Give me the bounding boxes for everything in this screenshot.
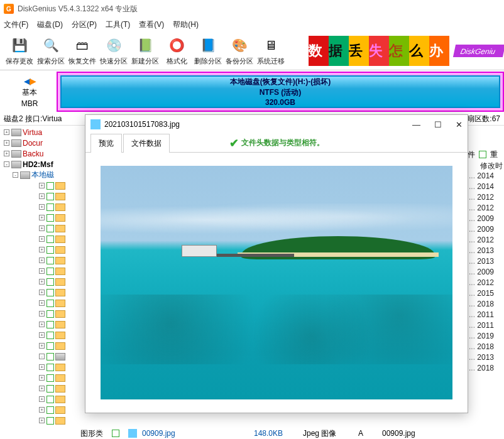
tree-subitem[interactable]: + [3, 308, 82, 319]
tree-subitem[interactable]: + [3, 330, 82, 340]
file-date-cell: ... 2012 [468, 203, 504, 214]
tree-item[interactable]: -HD2:Msf [3, 159, 82, 170]
file-attr: A [358, 429, 377, 438]
preview-titlebar[interactable]: 20210310151708З.jpg ― ☐ ✕ [85, 115, 468, 134]
menu-help[interactable]: 帮助(H) [173, 19, 199, 30]
file-list-right: 件 重 修改时 ... 2014... 2014... 2012... 2012… [468, 148, 504, 425]
search-icon: 🔍 [41, 35, 61, 55]
file-date-cell: ... 2019 [468, 332, 504, 342]
migrate-icon: 🖥 [261, 35, 281, 55]
file-date-cell: ... 2013 [468, 246, 504, 257]
delete-icon: 📘 [198, 35, 218, 55]
menu-disk[interactable]: 磁盘(D) [37, 19, 63, 30]
file-date-cell: ... 2009 [468, 214, 504, 225]
tree-subitem[interactable]: + [3, 362, 82, 372]
preview-body [85, 153, 468, 413]
tb-format[interactable]: ⭕格式化 [161, 35, 192, 66]
tree-subitem[interactable]: + [3, 394, 82, 404]
folder-col: 图形类 [80, 428, 103, 439]
tree-subitem[interactable]: + [3, 298, 82, 308]
tree-subitem[interactable]: + [3, 383, 82, 394]
file-date-cell: ... 2018 [468, 364, 504, 374]
tree-panel: +Virtua+Docur+Backu-HD2:Msf-本地磁+++++++++… [0, 126, 82, 427]
basic-label: 基本 [22, 87, 37, 98]
file-date-cell: ... 2012 [468, 236, 504, 246]
backup-icon: 🎨 [229, 35, 249, 55]
tree-subitem[interactable]: + [3, 372, 82, 383]
file-name2: 00909.jpg [382, 429, 415, 438]
menu-view[interactable]: 查看(V) [139, 19, 164, 30]
file-date-cell: ... 2009 [468, 268, 504, 278]
tb-recover[interactable]: 🗃恢复文件 [67, 35, 98, 66]
tb-migrate[interactable]: 🖥系统迁移 [255, 35, 287, 66]
image-file-icon [90, 119, 101, 129]
tree-subitem[interactable]: + [3, 234, 82, 244]
tb-new-part[interactable]: 📗新建分区 [129, 35, 161, 66]
minimize-button[interactable]: ― [412, 120, 420, 129]
tree-subitem[interactable]: + [3, 426, 82, 427]
tree-subitem[interactable]: + [3, 266, 82, 276]
menu-bar: 文件(F) 磁盘(D) 分区(P) 工具(T) 查看(V) 帮助(H) [0, 18, 504, 31]
file-date-cell: ... 2009 [468, 225, 504, 236]
check-icon: ✔ [229, 136, 239, 150]
tree-subitem[interactable]: + [3, 212, 82, 223]
file-date-cell: ... 2015 [468, 289, 504, 300]
file-date-cell: ... 2013 [468, 257, 504, 268]
tree-item[interactable]: +Virtua [3, 127, 82, 138]
file-date-cell: ... 2012 [468, 193, 504, 203]
title-bar: G DiskGenius V5.4.3.1322 x64 专业版 [0, 0, 504, 18]
tb-quick-part[interactable]: 💿快速分区 [98, 35, 129, 66]
select-all-checkbox[interactable] [479, 151, 486, 158]
tb-save[interactable]: 💾保存更改 [4, 35, 35, 66]
menu-partition[interactable]: 分区(P) [72, 19, 97, 30]
tree-subitem[interactable]: + [3, 180, 82, 191]
tb-backup[interactable]: 🎨备份分区 [224, 35, 255, 66]
preview-window: 20210310151708З.jpg ― ☐ ✕ 预览 文件数据 ✔ 文件头数… [85, 114, 468, 413]
menu-tools[interactable]: 工具(T) [106, 19, 130, 30]
disk-icon: 💿 [104, 35, 124, 55]
tree-subitem[interactable]: + [3, 191, 82, 202]
file-row-visible[interactable]: 图形类 00909.jpg 148.0KB Jpeg 图像 A 00909.jp… [80, 428, 483, 439]
preview-image [101, 166, 452, 399]
tree-item[interactable]: -本地磁 [3, 170, 82, 180]
nav-arrows[interactable]: ◀▶ [24, 76, 35, 86]
row-checkbox[interactable] [112, 430, 119, 437]
partition-block[interactable]: 本地磁盘(恢复文件)(H:)-(损坏) NTFS (活动) 320.0GB [60, 75, 500, 108]
file-date-cell: ... 2011 [468, 321, 504, 332]
tab-preview[interactable]: 预览 [90, 134, 122, 153]
file-date-cell: ... 2018 [468, 342, 504, 353]
tree-subitem[interactable]: + [3, 415, 82, 426]
disk-basic-col: ◀▶ 基本 MBR [3, 72, 57, 112]
tree-subitem[interactable]: + [3, 319, 82, 330]
file-date-cell: ... 2012 [468, 278, 504, 289]
tree-item[interactable]: +Docur [3, 138, 82, 148]
disk-map-area: ◀▶ 基本 MBR 本地磁盘(恢复文件)(H:)-(损坏) NTFS (活动) … [0, 70, 504, 113]
tree-item[interactable]: +Backu [3, 148, 82, 159]
ad-banner: 数 据 丢 失 怎 么 办 DiskGeniu [309, 31, 504, 70]
tree-subitem[interactable]: + [3, 340, 82, 351]
new-icon: 📗 [135, 35, 155, 55]
maximize-button[interactable]: ☐ [434, 120, 442, 129]
mbr-label: MBR [21, 99, 38, 108]
brand-badge: DiskGeniu [453, 45, 504, 57]
preview-tabs: 预览 文件数据 ✔ 文件头数据与类型相符。 [85, 134, 468, 153]
file-date-cell: ... 2014 [468, 182, 504, 193]
tree-subitem[interactable]: - [3, 351, 82, 362]
tab-filedata[interactable]: 文件数据 [123, 134, 170, 153]
tree-subitem[interactable]: + [3, 202, 82, 212]
disk-bar[interactable]: 本地磁盘(恢复文件)(H:)-(损坏) NTFS (活动) 320.0GB [57, 72, 504, 112]
tb-search-part[interactable]: 🔍搜索分区 [35, 35, 67, 66]
tree-subitem[interactable]: + [3, 244, 82, 255]
tree-subitem[interactable]: + [3, 404, 82, 415]
tree-subitem[interactable]: + [3, 255, 82, 266]
recover-icon: 🗃 [72, 35, 92, 55]
format-icon: ⭕ [167, 35, 187, 55]
tree-subitem[interactable]: + [3, 276, 82, 287]
tree-subitem[interactable]: + [3, 287, 82, 298]
tree-subitem[interactable]: + [3, 223, 82, 234]
tb-delete[interactable]: 📘删除分区 [192, 35, 224, 66]
col-modified: 修改时 [468, 161, 504, 171]
menu-file[interactable]: 文件(F) [4, 19, 28, 30]
jpg-icon [128, 429, 137, 438]
close-button[interactable]: ✕ [456, 120, 463, 129]
